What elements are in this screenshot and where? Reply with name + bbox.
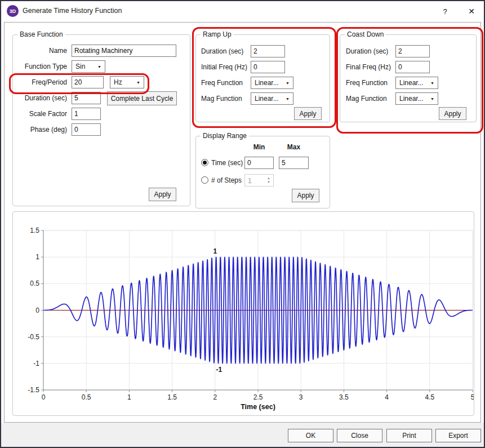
scale-factor-input[interactable]: [72, 108, 101, 120]
base-function-group-title: Base Function: [17, 30, 65, 38]
coast-duration-label: Duration (sec): [346, 45, 388, 57]
help-button[interactable]: ?: [436, 4, 454, 19]
ramp-freq-function-label: Freq Function: [201, 77, 243, 89]
initial-freq-input[interactable]: [251, 61, 285, 73]
window-title: Generate Time History Function: [23, 7, 122, 15]
coast-down-apply-button[interactable]: Apply: [439, 107, 466, 120]
svg-text:2.5: 2.5: [253, 393, 263, 401]
scale-factor-label: Scale Factor: [13, 108, 67, 120]
base-function-group: Base Function Name Function Type Sin▼ Fr…: [12, 34, 190, 206]
svg-text:1.5: 1.5: [30, 227, 39, 234]
time-max-input[interactable]: [279, 157, 309, 169]
chevron-down-icon: ▼: [286, 97, 290, 101]
svg-text:5: 5: [471, 393, 474, 401]
coast-mag-function-value: Linear...: [399, 95, 424, 103]
duration-label: Duration (sec): [13, 92, 67, 104]
svg-text:0.5: 0.5: [30, 280, 39, 287]
app-3d-icon: 3D: [7, 5, 19, 17]
svg-text:Time (sec): Time (sec): [241, 403, 275, 411]
export-button[interactable]: Export: [435, 429, 481, 442]
print-button[interactable]: Print: [386, 429, 432, 442]
ramp-mag-function-label: Mag Function: [201, 92, 242, 105]
display-range-group-title: Display Range: [201, 132, 249, 140]
function-type-value: Sin: [75, 63, 85, 70]
time-min-input[interactable]: [244, 157, 274, 169]
svg-text:1: 1: [127, 393, 131, 401]
max-header: Max: [279, 141, 309, 153]
coast-duration-input[interactable]: [395, 45, 430, 57]
min-header: Min: [244, 141, 274, 153]
display-range-group: Display Range Min Max Time (sec) # of St…: [195, 136, 330, 209]
steps-value: 1: [245, 175, 264, 186]
ok-button[interactable]: OK: [288, 429, 333, 442]
time-radio-label: Time (sec): [211, 157, 243, 169]
waveform-plot: 00.511.522.533.544.551.510.50-0.5-1-1.51…: [13, 212, 474, 415]
footer-bar: OK Close Print Export: [1, 423, 484, 447]
ramp-freq-function-value: Linear...: [255, 79, 279, 87]
steps-radio[interactable]: [201, 176, 208, 184]
svg-text:-1: -1: [216, 366, 222, 374]
ramp-mag-function-value: Linear...: [255, 95, 279, 103]
titlebar: 3D Generate Time History Function ? ✕: [1, 1, 484, 21]
svg-text:0: 0: [42, 393, 46, 401]
steps-spinner[interactable]: 1 ▲▼: [244, 174, 274, 187]
complete-last-cycle-button[interactable]: Complete Last Cycle: [107, 91, 177, 105]
time-radio[interactable]: [201, 159, 208, 166]
steps-radio-label: # of Steps: [211, 174, 242, 187]
phase-input[interactable]: [72, 123, 101, 136]
spinner-arrows-icon[interactable]: ▲▼: [264, 175, 273, 186]
svg-text:2: 2: [213, 393, 217, 401]
chevron-down-icon: ▼: [430, 97, 434, 101]
freq-period-label: Freq/Period: [13, 76, 67, 88]
svg-text:4.5: 4.5: [425, 393, 434, 401]
ramp-duration-input[interactable]: [251, 45, 285, 57]
name-input[interactable]: [72, 45, 176, 57]
freq-unit-value: Hz: [114, 78, 122, 86]
freq-period-input[interactable]: [72, 76, 104, 88]
freq-unit-select[interactable]: Hz▼: [110, 76, 144, 88]
svg-text:1: 1: [35, 253, 39, 261]
chevron-down-icon: ▼: [430, 81, 434, 85]
display-range-apply-button[interactable]: Apply: [292, 189, 319, 202]
coast-freq-function-select[interactable]: Linear...▼: [395, 77, 438, 89]
svg-text:4: 4: [385, 393, 389, 401]
duration-input[interactable]: [72, 92, 101, 104]
ramp-up-apply-button[interactable]: Apply: [294, 107, 322, 120]
svg-text:0: 0: [35, 307, 39, 314]
phase-label: Phase (deg): [13, 123, 67, 136]
ramp-up-group: Ramp Up Duration (sec) Initial Freq (Hz)…: [195, 34, 330, 122]
function-type-label: Function Type: [13, 60, 67, 73]
coast-mag-function-label: Mag Function: [346, 92, 387, 105]
svg-text:0.5: 0.5: [82, 393, 91, 401]
final-freq-label: Final Freq (Hz): [346, 61, 391, 73]
close-icon[interactable]: ✕: [462, 4, 480, 19]
close-button[interactable]: Close: [337, 429, 382, 442]
coast-freq-function-label: Freq Function: [346, 77, 388, 89]
coast-freq-function-value: Linear...: [399, 79, 424, 87]
coast-mag-function-select[interactable]: Linear...▼: [395, 92, 438, 105]
svg-text:-0.5: -0.5: [28, 333, 39, 341]
name-label: Name: [13, 45, 67, 57]
svg-text:1: 1: [213, 247, 217, 255]
ramp-mag-function-select[interactable]: Linear...▼: [251, 92, 293, 105]
time-history-chart: 00.511.522.533.544.551.510.50-0.5-1-1.51…: [12, 211, 474, 416]
coast-down-group-title: Coast Down: [345, 30, 386, 38]
svg-text:3.5: 3.5: [339, 393, 349, 401]
chevron-down-icon: ▼: [97, 65, 101, 69]
svg-text:-1.5: -1.5: [28, 386, 39, 394]
svg-text:-1: -1: [33, 360, 39, 367]
svg-text:3: 3: [299, 393, 303, 401]
ramp-up-group-title: Ramp Up: [201, 30, 234, 38]
generate-time-history-dialog: 3D Generate Time History Function ? ✕ Ba…: [0, 0, 485, 448]
chevron-down-icon: ▼: [286, 81, 290, 85]
function-type-select[interactable]: Sin▼: [72, 60, 105, 73]
ramp-freq-function-select[interactable]: Linear...▼: [251, 77, 293, 89]
chevron-down-icon: ▼: [136, 81, 140, 85]
app-icon-text: 3D: [10, 8, 16, 14]
ramp-duration-label: Duration (sec): [201, 45, 243, 57]
initial-freq-label: Initial Freq (Hz): [201, 61, 247, 73]
base-function-apply-button[interactable]: Apply: [149, 188, 176, 201]
coast-down-group: Coast Down Duration (sec) Final Freq (Hz…: [340, 34, 477, 122]
final-freq-input[interactable]: [395, 61, 430, 73]
svg-text:1.5: 1.5: [167, 393, 177, 401]
